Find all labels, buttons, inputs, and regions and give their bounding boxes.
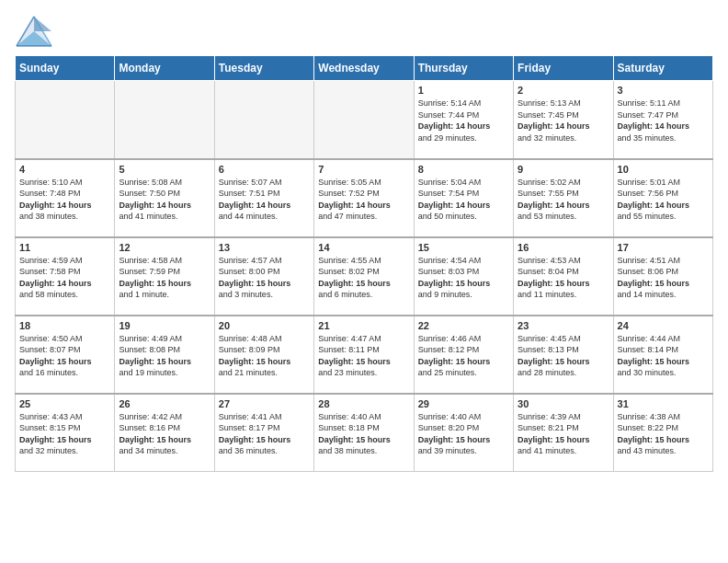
calendar-cell: 15Sunrise: 4:54 AMSunset: 8:03 PMDayligh…: [414, 237, 513, 316]
week-row-1: 1Sunrise: 5:14 AMSunset: 7:44 PMDaylight…: [16, 81, 713, 159]
calendar-cell: 18Sunrise: 4:50 AMSunset: 8:07 PMDayligh…: [16, 316, 115, 394]
header-sunday: Sunday: [16, 56, 115, 81]
calendar-cell: 24Sunrise: 4:44 AMSunset: 8:14 PMDayligh…: [613, 316, 712, 394]
calendar-cell: 4Sunrise: 5:10 AMSunset: 7:48 PMDaylight…: [16, 159, 115, 237]
day-info: Sunrise: 4:55 AMSunset: 8:02 PMDaylight:…: [318, 255, 409, 301]
calendar-cell: 31Sunrise: 4:38 AMSunset: 8:22 PMDayligh…: [613, 394, 712, 472]
calendar-cell: 22Sunrise: 4:46 AMSunset: 8:12 PMDayligh…: [414, 316, 513, 394]
header-friday: Friday: [514, 56, 613, 81]
day-info: Sunrise: 4:53 AMSunset: 8:04 PMDaylight:…: [518, 255, 609, 301]
day-info: Sunrise: 4:42 AMSunset: 8:16 PMDaylight:…: [119, 411, 210, 457]
calendar-cell: 20Sunrise: 4:48 AMSunset: 8:09 PMDayligh…: [214, 316, 313, 394]
week-row-2: 4Sunrise: 5:10 AMSunset: 7:48 PMDaylight…: [16, 159, 713, 237]
calendar-cell: 8Sunrise: 5:04 AMSunset: 7:54 PMDaylight…: [414, 159, 513, 237]
calendar-cell: 25Sunrise: 4:43 AMSunset: 8:15 PMDayligh…: [16, 394, 115, 472]
day-info: Sunrise: 5:08 AMSunset: 7:50 PMDaylight:…: [119, 177, 210, 223]
day-info: Sunrise: 4:41 AMSunset: 8:17 PMDaylight:…: [219, 411, 310, 457]
day-info: Sunrise: 4:59 AMSunset: 7:58 PMDaylight:…: [19, 255, 110, 301]
calendar-cell: 1Sunrise: 5:14 AMSunset: 7:44 PMDaylight…: [414, 81, 513, 159]
day-number: 20: [219, 320, 310, 331]
day-number: 30: [518, 398, 609, 409]
day-number: 12: [119, 242, 210, 253]
day-number: 13: [219, 242, 310, 253]
calendar-cell: [314, 81, 414, 159]
day-number: 8: [418, 164, 509, 175]
day-info: Sunrise: 4:46 AMSunset: 8:12 PMDaylight:…: [418, 333, 509, 379]
day-number: 17: [618, 242, 709, 253]
day-info: Sunrise: 5:05 AMSunset: 7:52 PMDaylight:…: [318, 177, 409, 223]
logo: [15, 15, 59, 48]
day-info: Sunrise: 5:13 AMSunset: 7:45 PMDaylight:…: [518, 98, 609, 144]
day-number: 2: [518, 85, 609, 96]
calendar-cell: 17Sunrise: 4:51 AMSunset: 8:06 PMDayligh…: [613, 237, 712, 316]
day-number: 27: [219, 398, 310, 409]
header-wednesday: Wednesday: [314, 56, 414, 81]
calendar-cell: 30Sunrise: 4:39 AMSunset: 8:21 PMDayligh…: [514, 394, 613, 472]
day-info: Sunrise: 4:40 AMSunset: 8:18 PMDaylight:…: [318, 411, 409, 457]
calendar-cell: 5Sunrise: 5:08 AMSunset: 7:50 PMDaylight…: [115, 159, 214, 237]
day-number: 18: [19, 320, 110, 331]
day-info: Sunrise: 5:10 AMSunset: 7:48 PMDaylight:…: [19, 177, 110, 223]
svg-marker-1: [34, 17, 51, 31]
header-thursday: Thursday: [414, 56, 513, 81]
day-number: 25: [19, 398, 110, 409]
day-number: 10: [618, 164, 709, 175]
day-number: 31: [618, 398, 709, 409]
calendar-cell: [115, 81, 214, 159]
week-row-3: 11Sunrise: 4:59 AMSunset: 7:58 PMDayligh…: [16, 237, 713, 316]
day-number: 29: [418, 398, 509, 409]
day-info: Sunrise: 4:38 AMSunset: 8:22 PMDaylight:…: [618, 411, 709, 457]
calendar-cell: 23Sunrise: 4:45 AMSunset: 8:13 PMDayligh…: [514, 316, 613, 394]
day-info: Sunrise: 5:02 AMSunset: 7:55 PMDaylight:…: [518, 177, 609, 223]
header-monday: Monday: [115, 56, 214, 81]
calendar-cell: 28Sunrise: 4:40 AMSunset: 8:18 PMDayligh…: [314, 394, 414, 472]
day-number: 9: [518, 164, 609, 175]
day-number: 7: [318, 164, 409, 175]
day-number: 28: [318, 398, 409, 409]
day-number: 1: [418, 85, 509, 96]
day-number: 16: [518, 242, 609, 253]
day-number: 6: [219, 164, 310, 175]
day-info: Sunrise: 5:14 AMSunset: 7:44 PMDaylight:…: [418, 98, 509, 144]
calendar-cell: [214, 81, 313, 159]
day-info: Sunrise: 4:48 AMSunset: 8:09 PMDaylight:…: [219, 333, 310, 379]
day-info: Sunrise: 5:11 AMSunset: 7:47 PMDaylight:…: [618, 98, 709, 144]
day-info: Sunrise: 4:44 AMSunset: 8:14 PMDaylight:…: [618, 333, 709, 379]
calendar-cell: 3Sunrise: 5:11 AMSunset: 7:47 PMDaylight…: [613, 81, 712, 159]
day-info: Sunrise: 4:45 AMSunset: 8:13 PMDaylight:…: [518, 333, 609, 379]
day-info: Sunrise: 5:07 AMSunset: 7:51 PMDaylight:…: [219, 177, 310, 223]
page-header: [15, 15, 713, 48]
day-info: Sunrise: 4:43 AMSunset: 8:15 PMDaylight:…: [19, 411, 110, 457]
header-saturday: Saturday: [613, 56, 712, 81]
day-info: Sunrise: 4:58 AMSunset: 7:59 PMDaylight:…: [119, 255, 210, 301]
calendar-cell: 2Sunrise: 5:13 AMSunset: 7:45 PMDaylight…: [514, 81, 613, 159]
calendar-table: SundayMondayTuesdayWednesdayThursdayFrid…: [15, 55, 713, 472]
day-number: 21: [318, 320, 409, 331]
day-number: 4: [19, 164, 110, 175]
calendar-cell: 11Sunrise: 4:59 AMSunset: 7:58 PMDayligh…: [16, 237, 115, 316]
week-row-5: 25Sunrise: 4:43 AMSunset: 8:15 PMDayligh…: [16, 394, 713, 472]
calendar-cell: 14Sunrise: 4:55 AMSunset: 8:02 PMDayligh…: [314, 237, 414, 316]
day-number: 22: [418, 320, 509, 331]
calendar-cell: 6Sunrise: 5:07 AMSunset: 7:51 PMDaylight…: [214, 159, 313, 237]
calendar-cell: 9Sunrise: 5:02 AMSunset: 7:55 PMDaylight…: [514, 159, 613, 237]
calendar-cell: [16, 81, 115, 159]
calendar-cell: 21Sunrise: 4:47 AMSunset: 8:11 PMDayligh…: [314, 316, 414, 394]
header-tuesday: Tuesday: [214, 56, 313, 81]
day-number: 26: [119, 398, 210, 409]
day-number: 11: [19, 242, 110, 253]
day-number: 24: [618, 320, 709, 331]
day-number: 15: [418, 242, 509, 253]
day-info: Sunrise: 4:57 AMSunset: 8:00 PMDaylight:…: [219, 255, 310, 301]
calendar-cell: 10Sunrise: 5:01 AMSunset: 7:56 PMDayligh…: [613, 159, 712, 237]
day-number: 3: [618, 85, 709, 96]
day-number: 14: [318, 242, 409, 253]
calendar-cell: 16Sunrise: 4:53 AMSunset: 8:04 PMDayligh…: [514, 237, 613, 316]
day-info: Sunrise: 4:50 AMSunset: 8:07 PMDaylight:…: [19, 333, 110, 379]
day-info: Sunrise: 4:51 AMSunset: 8:06 PMDaylight:…: [618, 255, 709, 301]
day-number: 23: [518, 320, 609, 331]
day-number: 19: [119, 320, 210, 331]
day-info: Sunrise: 5:04 AMSunset: 7:54 PMDaylight:…: [418, 177, 509, 223]
calendar-cell: 27Sunrise: 4:41 AMSunset: 8:17 PMDayligh…: [214, 394, 313, 472]
week-row-4: 18Sunrise: 4:50 AMSunset: 8:07 PMDayligh…: [16, 316, 713, 394]
